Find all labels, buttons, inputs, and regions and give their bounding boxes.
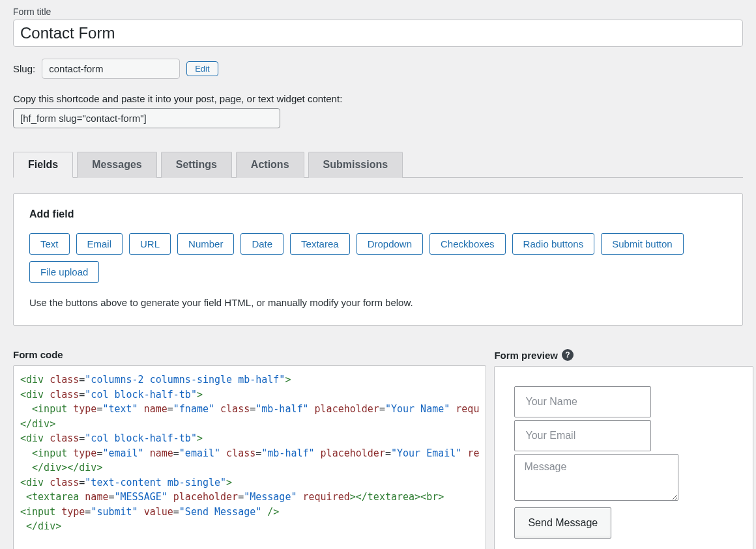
help-icon[interactable]: ? bbox=[562, 349, 574, 361]
field-type-url[interactable]: URL bbox=[129, 233, 171, 255]
add-field-panel: Add field TextEmailURLNumberDateTextarea… bbox=[13, 193, 743, 326]
shortcode-input[interactable] bbox=[13, 108, 280, 128]
form-preview-column: Form preview ? Send Message bbox=[490, 349, 753, 549]
form-preview-heading: Form preview bbox=[494, 350, 558, 361]
preview-email-input[interactable] bbox=[514, 420, 651, 451]
add-field-hint: Use the buttons above to generate your f… bbox=[29, 297, 727, 308]
add-field-heading: Add field bbox=[29, 208, 727, 220]
field-type-submit-button[interactable]: Submit button bbox=[601, 233, 684, 255]
form-title-input[interactable] bbox=[13, 20, 743, 47]
slug-row: Slug: Edit bbox=[13, 59, 743, 79]
preview-name-input[interactable] bbox=[514, 386, 651, 417]
slug-label: Slug: bbox=[13, 63, 35, 74]
tab-actions[interactable]: Actions bbox=[236, 152, 304, 178]
field-type-number[interactable]: Number bbox=[177, 233, 234, 255]
tab-fields[interactable]: Fields bbox=[13, 152, 73, 178]
form-title-label: Form title bbox=[13, 7, 743, 17]
form-code-column: Form code <div class="columns-2 columns-… bbox=[13, 349, 490, 549]
slug-input[interactable] bbox=[42, 59, 180, 79]
shortcode-description: Copy this shortcode and paste it into yo… bbox=[13, 93, 743, 104]
tabs: FieldsMessagesSettingsActionsSubmissions bbox=[13, 152, 743, 178]
field-type-buttons: TextEmailURLNumberDateTextareaDropdownCh… bbox=[29, 233, 727, 283]
field-type-textarea[interactable]: Textarea bbox=[290, 233, 350, 255]
preview-submit-button[interactable]: Send Message bbox=[514, 507, 611, 539]
field-type-file-upload[interactable]: File upload bbox=[29, 261, 99, 283]
tab-messages[interactable]: Messages bbox=[77, 152, 157, 178]
form-code-editor[interactable]: <div class="columns-2 columns-single mb-… bbox=[13, 365, 486, 549]
form-code-heading: Form code bbox=[13, 349, 486, 360]
field-type-text[interactable]: Text bbox=[29, 233, 70, 255]
field-type-checkboxes[interactable]: Checkboxes bbox=[429, 233, 506, 255]
preview-message-textarea[interactable] bbox=[514, 454, 678, 501]
field-type-date[interactable]: Date bbox=[240, 233, 284, 255]
field-type-email[interactable]: Email bbox=[76, 233, 123, 255]
field-type-dropdown[interactable]: Dropdown bbox=[356, 233, 423, 255]
field-type-radio-buttons[interactable]: Radio buttons bbox=[512, 233, 595, 255]
form-preview-box: Send Message bbox=[494, 366, 753, 549]
edit-slug-button[interactable]: Edit bbox=[186, 61, 218, 76]
tab-settings[interactable]: Settings bbox=[161, 152, 232, 178]
tab-submissions[interactable]: Submissions bbox=[308, 152, 403, 178]
form-builder: Form code <div class="columns-2 columns-… bbox=[13, 349, 743, 549]
